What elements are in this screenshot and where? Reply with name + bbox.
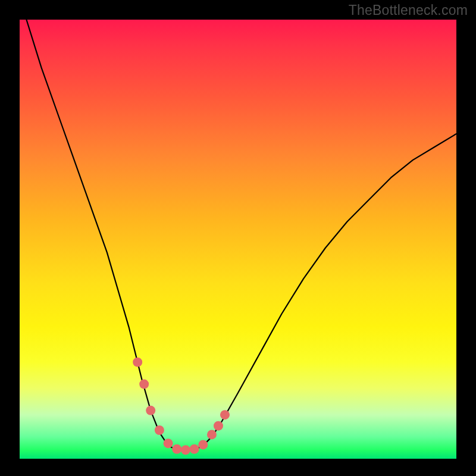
marker-dot [190, 444, 199, 454]
chart-curve [20, 0, 456, 450]
marker-dot [155, 425, 164, 435]
plot-area [20, 20, 456, 459]
marker-dot [181, 445, 190, 455]
marker-dot [139, 380, 149, 389]
marker-dot [133, 358, 142, 367]
chart-svg [20, 20, 456, 459]
marker-dot [172, 444, 181, 454]
marker-dot [214, 421, 223, 431]
watermark-text: TheBottleneck.com [349, 2, 468, 18]
chart-markers [133, 358, 230, 455]
outer-frame: TheBottleneck.com [0, 0, 476, 476]
marker-dot [146, 406, 155, 415]
marker-dot [198, 440, 208, 449]
marker-dot [220, 410, 230, 419]
marker-dot [207, 430, 217, 439]
marker-dot [164, 439, 173, 448]
